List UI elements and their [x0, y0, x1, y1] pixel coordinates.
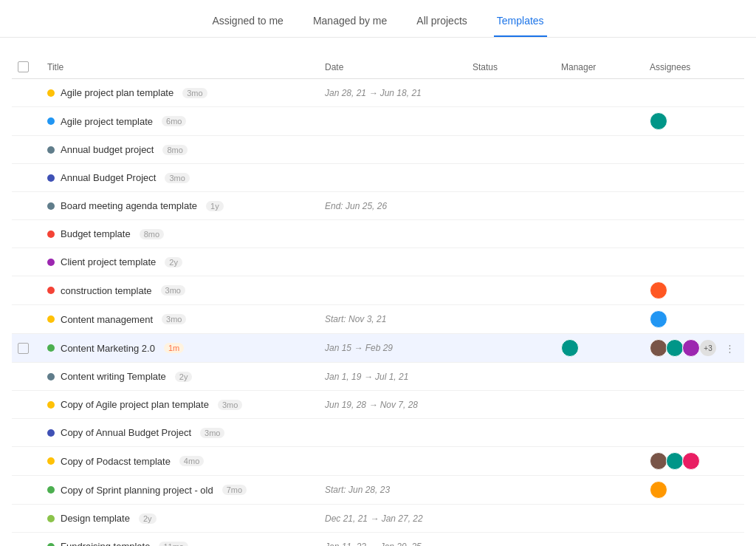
assignees-cell: [650, 481, 738, 499]
table-row[interactable]: Copy of Sprint planning project - old7mo…: [12, 476, 744, 505]
avatar: [650, 339, 667, 357]
age-badge: 3mo: [165, 173, 189, 183]
row-title: Copy of Agile project plan template: [61, 399, 209, 410]
row-title: Board meeting agenda template: [61, 200, 197, 211]
date-cell: Jun 19, 28 → Nov 7, 28: [325, 400, 472, 410]
row-title: Copy of Annual Budget Project: [61, 427, 191, 438]
age-badge: 11mo: [159, 542, 188, 547]
row-checkbox[interactable]: [18, 343, 29, 354]
status-dot: [47, 287, 55, 294]
row-title: Copy of Podacst template: [61, 456, 171, 467]
avatar: [650, 452, 667, 470]
avatar: [650, 112, 667, 130]
assignees-cell: [650, 112, 738, 130]
date-cell: Jan 15 → Feb 29: [325, 343, 472, 353]
status-dot: [47, 259, 55, 266]
age-badge: 1m: [164, 343, 184, 353]
status-dot: [47, 429, 55, 437]
title-cell: Agile project template6mo: [47, 116, 325, 127]
header-date: Date: [325, 62, 472, 72]
row-title: Copy of Sprint planning project - old: [61, 485, 213, 496]
avatar: [650, 281, 667, 299]
status-dot: [47, 89, 55, 97]
title-cell: Annual Budget Project3mo: [47, 172, 325, 183]
age-badge: 1y: [206, 201, 224, 211]
avatar: [561, 339, 579, 357]
age-badge: 7mo: [222, 485, 247, 495]
title-cell: Content management3mo: [47, 314, 325, 325]
table-row[interactable]: Content management3moStart: Nov 3, 21: [12, 305, 744, 334]
date-cell: Jan 28, 21 → Jun 18, 21: [325, 88, 472, 98]
table-row[interactable]: Board meeting agenda template1yEnd: Jun …: [12, 192, 744, 220]
table-row[interactable]: Copy of Agile project plan template3moJu…: [12, 391, 744, 419]
avatar: [682, 339, 700, 357]
age-badge: 3mo: [200, 428, 224, 438]
projects-table: Title Date Status Manager Assignees Agil…: [0, 55, 756, 546]
table-row[interactable]: Copy of Podacst template4mo: [12, 447, 744, 476]
status-dot: [47, 146, 55, 154]
status-dot: [47, 515, 55, 522]
title-cell: Content Marketing 2.01m: [47, 343, 325, 354]
row-title: Annual budget project: [61, 144, 154, 155]
assignees-cell: [650, 281, 738, 299]
nav-managed-by-me[interactable]: Managed by me: [310, 9, 390, 37]
table-row[interactable]: Client project template2y: [12, 248, 744, 276]
status-dot: [47, 231, 55, 238]
status-dot: [47, 344, 55, 352]
avatar: [650, 481, 667, 499]
header-title: Title: [47, 62, 325, 72]
nav-assigned-to-me[interactable]: Assigned to me: [209, 9, 286, 37]
age-badge: 3mo: [162, 314, 186, 324]
table-row[interactable]: Agile project plan template3moJan 28, 21…: [12, 79, 744, 107]
table-row[interactable]: Design template2yDec 21, 21 → Jan 27, 22: [12, 505, 744, 533]
assignee-count: +3: [700, 340, 716, 356]
title-cell: Design template2y: [47, 513, 325, 524]
table-row[interactable]: Fundraising template11moJan 11, 22 → Jan…: [12, 533, 744, 546]
row-title: Agile project template: [61, 116, 153, 127]
date-cell: End: Jun 25, 26: [325, 201, 472, 211]
date-cell: Start: Nov 3, 21: [325, 314, 472, 324]
age-badge: 6mo: [162, 116, 186, 126]
select-all-checkbox[interactable]: [18, 61, 29, 72]
avatar: [650, 310, 667, 328]
row-title: Fundraising template: [61, 541, 150, 546]
table-row[interactable]: Copy of Annual Budget Project3mo: [12, 419, 744, 447]
table-header-row: Title Date Status Manager Assignees: [12, 55, 744, 79]
age-badge: 8mo: [162, 145, 187, 155]
table-row[interactable]: Budget template8mo: [12, 220, 744, 248]
table-row[interactable]: Agile project template6mo: [12, 107, 744, 136]
header-status: Status: [472, 62, 561, 72]
table-row[interactable]: Annual budget project8mo: [12, 136, 744, 164]
title-cell: construction template3mo: [47, 285, 325, 296]
row-title: Annual Budget Project: [61, 172, 156, 183]
table-row[interactable]: Content Marketing 2.01mJan 15 → Feb 29+3…: [12, 334, 744, 363]
row-more-button[interactable]: ⋮: [721, 339, 738, 357]
avatar: [682, 452, 700, 470]
title-cell: Content writing Template2y: [47, 371, 325, 382]
header-assignees: Assignees: [650, 62, 738, 72]
table-body: Agile project plan template3moJan 28, 21…: [12, 79, 744, 546]
age-badge: 2y: [139, 513, 157, 524]
date-cell: Dec 21, 21 → Jan 27, 22: [325, 513, 472, 524]
assignees-cell: +3⋮: [650, 339, 738, 357]
row-title: Content management: [61, 314, 153, 325]
table-row[interactable]: construction template3mo: [12, 276, 744, 305]
title-cell: Copy of Podacst template4mo: [47, 456, 325, 467]
table-row[interactable]: Annual Budget Project3mo: [12, 164, 744, 192]
header-manager: Manager: [561, 62, 650, 72]
date-cell: Jan 1, 19 → Jul 1, 21: [325, 372, 472, 382]
table-row[interactable]: Content writing Template2yJan 1, 19 → Ju…: [12, 363, 744, 391]
title-cell: Agile project plan template3mo: [47, 87, 325, 98]
title-cell: Copy of Annual Budget Project3mo: [47, 427, 325, 438]
nav-templates[interactable]: Templates: [494, 9, 547, 37]
age-badge: 2y: [165, 257, 182, 267]
status-dot: [47, 401, 55, 409]
title-cell: Copy of Agile project plan template3mo: [47, 399, 325, 410]
age-badge: 3mo: [161, 285, 185, 296]
date-cell: Start: Jun 28, 23: [325, 485, 472, 495]
status-dot: [47, 543, 55, 547]
row-title: Budget template: [61, 228, 131, 239]
row-title: Content Marketing 2.0: [61, 343, 155, 354]
title-cell: Board meeting agenda template1y: [47, 200, 325, 211]
nav-all-projects[interactable]: All projects: [413, 9, 470, 37]
